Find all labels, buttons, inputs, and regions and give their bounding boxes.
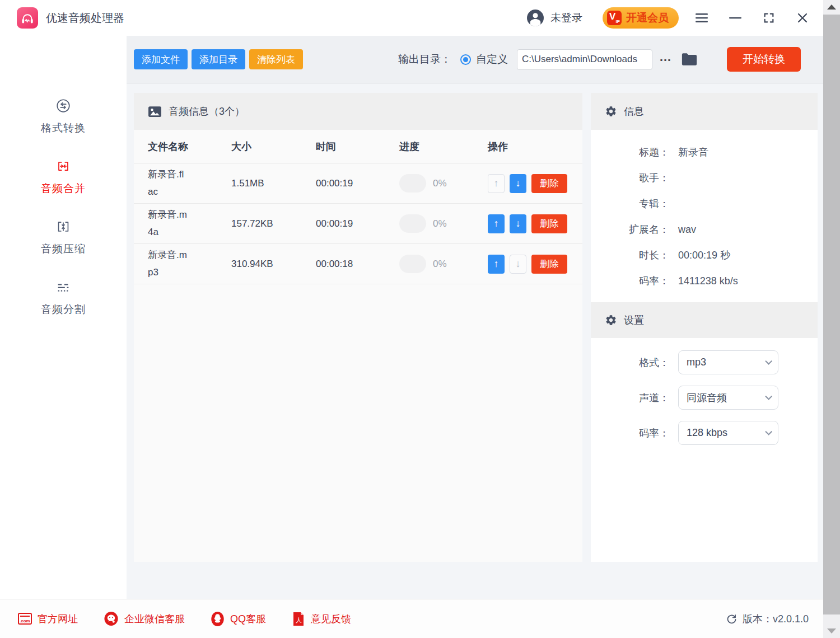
progress-cell: 0% [399, 174, 488, 193]
main-content: 音频信息（3个） 文件名称 大小 时间 进度 操作 新录音.flac 1.51M… [127, 84, 823, 599]
window-controls [694, 11, 810, 25]
file-size: 157.72KB [231, 218, 316, 229]
titlebar: 优速音频处理器 未登录 V IP 开通会员 [0, 0, 823, 36]
file-time: 00:00:19 [316, 218, 399, 229]
format-convert-icon [55, 97, 72, 114]
format-select[interactable]: mp3 [678, 350, 778, 374]
audio-compress-icon [55, 218, 72, 235]
output-dir-label: 输出目录： [398, 52, 451, 67]
col-filename: 文件名称 [148, 140, 231, 153]
col-progress: 进度 [399, 140, 488, 153]
info-row: 时长： 00:00:19 秒 [591, 247, 818, 263]
move-up-button[interactable]: ↑ [488, 174, 505, 193]
field-label: 时长： [591, 248, 669, 262]
move-down-button[interactable]: ↓ [510, 174, 526, 193]
col-time: 时间 [316, 140, 399, 153]
start-convert-button[interactable]: 开始转换 [727, 47, 801, 72]
table-header: 文件名称 大小 时间 进度 操作 [134, 130, 582, 163]
footer: .com 官方网址 企业微信客服 QQ客服 人 [0, 599, 823, 638]
sidebar-item-format-convert[interactable]: 格式转换 [41, 97, 86, 135]
sidebar-item-audio-merge[interactable]: 音频合并 [41, 158, 86, 196]
field-label: 扩展名： [591, 223, 669, 236]
custom-output-radio[interactable] [460, 54, 471, 65]
field-value: 00:00:19 秒 [678, 248, 818, 262]
sidebar-item-audio-split[interactable]: 音频分割 [41, 279, 86, 317]
refresh-icon[interactable] [726, 613, 738, 625]
gear-icon [605, 105, 617, 118]
app-logo-icon [17, 7, 38, 29]
open-folder-icon[interactable] [681, 52, 698, 67]
settings-header: 设置 [591, 302, 818, 338]
audio-list-header: 音频信息（3个） [134, 93, 582, 130]
wechat-support-link[interactable]: 企业微信客服 [104, 611, 185, 626]
browse-ellipsis-button[interactable]: … [659, 50, 672, 64]
file-time: 00:00:19 [316, 178, 399, 189]
close-button[interactable] [795, 11, 810, 25]
user-avatar-icon[interactable] [527, 10, 544, 26]
vip-button[interactable]: V IP 开通会员 [603, 7, 679, 29]
field-label: 专辑： [591, 197, 669, 210]
progress-value: 0% [433, 259, 447, 270]
qq-support-link[interactable]: QQ客服 [211, 611, 266, 627]
table-row: 新录音.m4a 157.72KB 00:00:19 0% ↑ ↓ 删除 [134, 204, 582, 244]
progress-cell: 0% [399, 214, 488, 233]
info-row: 扩展名： wav [591, 222, 818, 237]
svg-text:人: 人 [296, 617, 302, 623]
file-time: 00:00:18 [316, 259, 399, 270]
menu-icon[interactable] [694, 11, 709, 25]
scroll-up-arrow-icon[interactable] [827, 4, 836, 10]
file-name: 新录音.mp3 [148, 247, 188, 281]
move-up-button[interactable]: ↑ [488, 214, 505, 233]
delete-button[interactable]: 删除 [531, 255, 567, 274]
settings-fields: 格式： mp3 声道： 同源音频 码率： 128 kb [591, 338, 818, 445]
feedback-icon: 人 [292, 611, 305, 627]
minimize-button[interactable] [728, 11, 743, 25]
titlebar-controls: 未登录 V IP 开通会员 [527, 7, 810, 29]
add-directory-button[interactable]: 添加目录 [192, 49, 245, 69]
output-path-input[interactable] [517, 49, 652, 70]
clear-list-button[interactable]: 清除列表 [249, 49, 303, 69]
add-file-button[interactable]: 添加文件 [134, 49, 188, 69]
file-size: 1.51MB [231, 178, 316, 189]
maximize-button[interactable] [762, 11, 776, 25]
scrollbar-thumb[interactable] [823, 15, 840, 614]
move-down-button[interactable]: ↓ [510, 214, 526, 233]
file-name: 新录音.flac [148, 166, 188, 200]
info-row: 码率： 1411238 kb/s [591, 273, 818, 289]
delete-button[interactable]: 删除 [531, 214, 567, 233]
progress-cell: 0% [399, 255, 488, 273]
vip-button-label: 开通会员 [626, 11, 669, 25]
file-name: 新录音.m4a [148, 207, 188, 241]
move-up-button[interactable]: ↑ [488, 255, 505, 274]
bitrate-select[interactable]: 128 kbps [678, 421, 778, 445]
output-controls: 输出目录： 自定义 … 开始转换 [398, 47, 801, 72]
scroll-down-arrow-icon[interactable] [827, 628, 836, 634]
field-value: 新录音 [678, 146, 818, 159]
audio-list-title: 音频信息（3个） [169, 105, 245, 118]
app-title: 优速音频处理器 [46, 11, 124, 26]
channel-select[interactable]: 同源音频 [678, 386, 778, 410]
move-down-button[interactable]: ↓ [510, 255, 526, 274]
version-info: 版本：v2.0.1.0 [726, 612, 809, 626]
progress-bar [399, 214, 426, 233]
sidebar-item-audio-compress[interactable]: 音频压缩 [41, 218, 86, 256]
vip-badge-icon: V IP [607, 11, 622, 25]
vertical-scrollbar[interactable] [823, 0, 840, 638]
gear-icon [605, 314, 617, 326]
official-site-link[interactable]: .com 官方网址 [18, 612, 78, 626]
info-header: 信息 [591, 93, 818, 130]
custom-output-label[interactable]: 自定义 [476, 52, 508, 67]
field-label: 码率： [591, 274, 669, 288]
sidebar: 格式转换 音频合并 音频压缩 [0, 36, 127, 599]
delete-button[interactable]: 删除 [531, 174, 567, 193]
feedback-link[interactable]: 人 意见反馈 [292, 611, 351, 627]
info-row: 歌手： [591, 170, 818, 186]
actions-cell: ↑ ↓ 删除 [488, 174, 582, 193]
version-label: 版本：v2.0.1.0 [743, 612, 809, 626]
login-status[interactable]: 未登录 [550, 11, 582, 25]
field-value: 1411238 kb/s [678, 275, 818, 287]
info-row: 专辑： [591, 196, 818, 212]
settings-row: 格式： mp3 [591, 350, 818, 374]
settings-row: 码率： 128 kbps [591, 421, 818, 445]
qq-icon [211, 611, 225, 627]
